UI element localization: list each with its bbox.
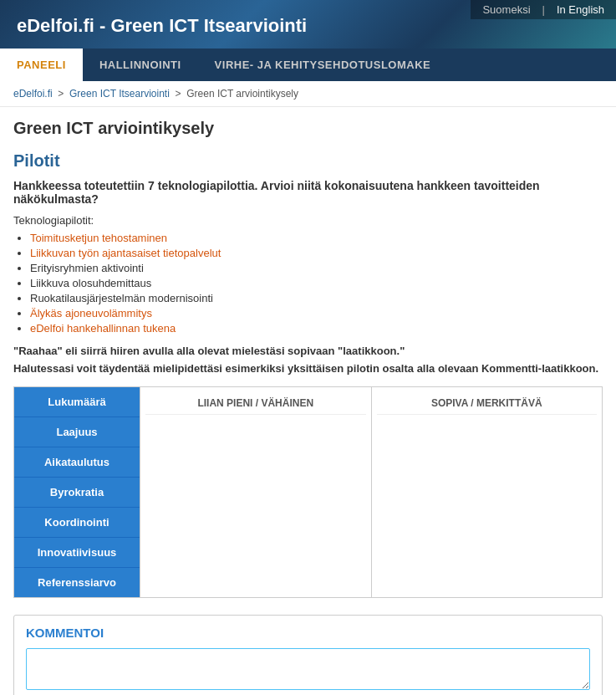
list-item-link-1[interactable]: Toimitusketjun tehostaminen (30, 232, 167, 244)
suomeksi-button[interactable]: Suomeksi (471, 0, 542, 19)
drag-buttons-container: Lukumäärä Laajuus Aikataulutus Byrokrati… (14, 387, 140, 597)
comment-textarea[interactable] (26, 648, 590, 690)
drag-btn-aikataulutus[interactable]: Aikataulutus (14, 447, 140, 478)
main-content: Green ICT arviointikysely Pilotit Hankke… (0, 107, 616, 695)
list-item-link-7[interactable]: eDelfoi hankehallinnan tukena (30, 322, 176, 335)
list-label: Teknologiapilotit: (13, 214, 603, 227)
nav-virhe[interactable]: VIRHE- JA KEHITYSEHDOTUSLOMAKE (198, 49, 448, 81)
drop-zone-liian-pieni-label: LIIAN PIENI / VÄHÄINEN (145, 392, 366, 415)
drag-btn-innovatiivisuus[interactable]: Innovatiivisuus (14, 538, 140, 568)
instruction-2: Halutessasi voit täydentää mielipidettäs… (13, 362, 603, 375)
section-title: Pilotit (13, 151, 603, 171)
english-button[interactable]: In English (545, 0, 616, 19)
drag-btn-lukumaara[interactable]: Lukumäärä (14, 387, 140, 417)
question-text: Hankkeessa toteutettiin 7 teknologiapilo… (13, 179, 603, 206)
comment-section: KOMMENTOI (13, 615, 603, 695)
breadcrumb-greenict[interactable]: Green ICT Itsearviointi (69, 88, 170, 100)
breadcrumb-edelfoi[interactable]: eDelfoi.fi (13, 88, 53, 100)
drop-zone-sopiva[interactable]: SOPIVA / MERKITTÄVÄ (371, 387, 603, 597)
drag-btn-referenssiarvo[interactable]: Referenssiarvo (14, 568, 140, 597)
pilot-list: Toimitusketjun tehostaminen Liikkuvan ty… (30, 232, 603, 335)
page-title: Green ICT arviointikysely (13, 119, 603, 138)
drag-btn-laajuus[interactable]: Laajuus (14, 417, 140, 447)
drop-zone-liian-pieni[interactable]: LIIAN PIENI / VÄHÄINEN (140, 387, 371, 597)
main-nav: PANEELI HALLINNOINTI VIRHE- JA KEHITYSEH… (0, 49, 616, 81)
list-item: Älykäs ajoneuvolämmitys (30, 307, 603, 319)
list-item: Ruokatilausjärjestelmän modernisointi (30, 292, 603, 304)
list-item: Toimitusketjun tehostaminen (30, 232, 603, 244)
breadcrumb: eDelfoi.fi > Green ICT Itsearviointi > G… (0, 81, 616, 107)
list-item: eDelfoi hankehallinnan tukena (30, 322, 603, 335)
header: Suomeksi | In English eDelfoi.fi - Green… (0, 0, 616, 49)
language-bar: Suomeksi | In English (471, 0, 616, 19)
list-item: Erityisryhmien aktivointi (30, 262, 603, 274)
drop-zone-sopiva-label: SOPIVA / MERKITTÄVÄ (377, 392, 598, 415)
list-item-text-4: Liikkuva olosuhdemittaus (30, 277, 151, 289)
drag-btn-byrokratia[interactable]: Byrokratia (14, 478, 140, 508)
list-item: Liikkuva olosuhdemittaus (30, 277, 603, 289)
comment-title: KOMMENTOI (26, 626, 590, 640)
nav-paneeli[interactable]: PANEELI (0, 49, 83, 81)
list-item-link-2[interactable]: Liikkuvan työn ajantasaiset tietopalvelu… (30, 247, 221, 259)
drag-btn-koordinointi[interactable]: Koordinointi (14, 508, 140, 538)
instruction-1: "Raahaa" eli siirrä hiiren avulla alla o… (13, 345, 603, 357)
list-item-text-5: Ruokatilausjärjestelmän modernisointi (30, 292, 213, 304)
list-item: Liikkuvan työn ajantasaiset tietopalvelu… (30, 247, 603, 259)
breadcrumb-current: Green ICT arviointikysely (186, 88, 298, 100)
list-item-link-6[interactable]: Älykäs ajoneuvolämmitys (30, 307, 152, 319)
drag-area: Lukumäärä Laajuus Aikataulutus Byrokrati… (13, 386, 603, 598)
nav-hallinnointi[interactable]: HALLINNOINTI (83, 49, 198, 81)
list-item-text-3: Erityisryhmien aktivointi (30, 262, 144, 274)
